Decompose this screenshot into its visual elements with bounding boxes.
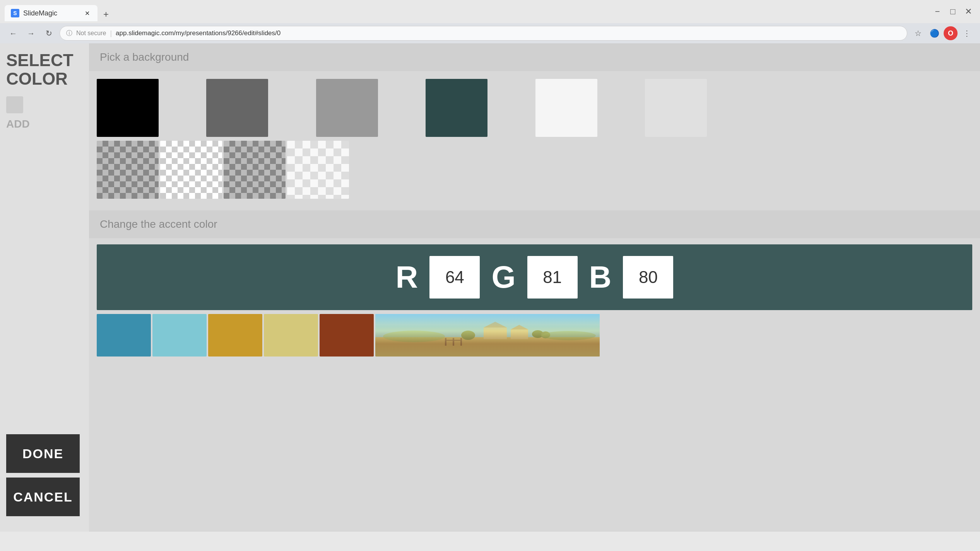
svg-marker-4 (484, 322, 507, 328)
svg-point-15 (542, 331, 596, 340)
window-minimize-button[interactable]: − (930, 5, 944, 19)
swatch-light-gray[interactable] (645, 79, 707, 137)
main-panel: Pick a background Change the accent colo… (89, 43, 980, 532)
palette-row (89, 310, 980, 360)
background-swatches-row1 (89, 71, 980, 141)
palette-artwork[interactable] (375, 314, 600, 357)
palette-golden[interactable] (208, 314, 262, 357)
swatch-near-white[interactable] (535, 79, 597, 137)
r-label: R (396, 259, 418, 295)
refresh-button[interactable]: ↻ (42, 26, 56, 40)
rgb-panel: R G B (97, 244, 972, 310)
svg-rect-1 (375, 314, 600, 326)
swatch-checker-light2[interactable] (287, 141, 349, 199)
palette-dark-red[interactable] (320, 314, 374, 357)
svg-rect-0 (375, 314, 600, 337)
extensions-button[interactable]: 🔵 (927, 26, 941, 40)
done-button[interactable]: DONE (6, 434, 80, 473)
svg-point-14 (383, 331, 445, 342)
swatch-checker-light[interactable] (160, 141, 222, 199)
swatch-black[interactable] (97, 79, 159, 137)
svg-rect-12 (460, 338, 462, 346)
add-label: ADD (6, 118, 83, 130)
palette-light-blue[interactable] (152, 314, 207, 357)
b-input[interactable] (623, 256, 673, 299)
tab-favicon: S (11, 9, 19, 17)
swatch-medium-gray[interactable] (316, 79, 378, 137)
new-tab-button[interactable]: + (99, 7, 113, 21)
bookmark-button[interactable]: ☆ (911, 26, 925, 40)
back-button[interactable]: ← (6, 26, 20, 40)
palette-teal-blue[interactable] (97, 314, 151, 357)
background-swatches-row2 (89, 141, 980, 206)
g-input[interactable] (527, 256, 578, 299)
color-preview (6, 96, 23, 113)
svg-rect-5 (511, 329, 528, 339)
svg-point-7 (461, 331, 475, 340)
svg-point-9 (541, 331, 550, 338)
window-maximize-button[interactable]: □ (946, 5, 960, 19)
not-secure-label: Not secure (76, 30, 106, 37)
swatch-dark-gray[interactable] (206, 79, 268, 137)
page-content: SELECT COLOR ADD DONE CANCEL Pick a back… (0, 43, 980, 532)
svg-point-8 (532, 330, 544, 338)
sidebar-bottom: DONE CANCEL (6, 434, 83, 524)
security-icon: ⓘ (66, 29, 72, 38)
sidebar: SELECT COLOR ADD DONE CANCEL (0, 43, 89, 532)
forward-button[interactable]: → (24, 26, 38, 40)
menu-button[interactable]: ⋮ (960, 26, 974, 40)
pick-background-header: Pick a background (89, 43, 980, 71)
g-label: G (491, 259, 515, 295)
svg-marker-6 (511, 325, 528, 329)
swatch-checker-dark[interactable] (97, 141, 159, 199)
b-label: B (589, 259, 612, 295)
svg-rect-10 (445, 338, 446, 346)
svg-rect-11 (453, 338, 454, 346)
svg-rect-3 (484, 328, 507, 339)
sidebar-title: SELECT COLOR (6, 51, 83, 89)
swatch-dark-teal[interactable] (426, 79, 487, 137)
accent-color-header: Change the accent color (89, 210, 980, 238)
palette-light-yellow[interactable] (264, 314, 318, 357)
browser-tab[interactable]: S SlideMagic ✕ (5, 5, 97, 21)
address-bar[interactable]: ⓘ Not secure | app.slidemagic.com/my/pre… (60, 26, 907, 41)
window-close-button[interactable]: ✕ (961, 5, 975, 19)
url-text: app.slidemagic.com/my/presentations/9266… (116, 29, 280, 37)
tab-title: SlideMagic (23, 9, 57, 17)
svg-rect-2 (375, 337, 600, 357)
cancel-button[interactable]: CANCEL (6, 478, 80, 516)
profile-button[interactable]: O (944, 26, 958, 40)
tab-close-button[interactable]: ✕ (83, 9, 91, 17)
r-input[interactable] (429, 256, 480, 299)
browser-chrome: S SlideMagic ✕ + − □ ✕ ← → ↻ ⓘ (0, 0, 980, 43)
swatch-checker-dark2[interactable] (224, 141, 286, 199)
